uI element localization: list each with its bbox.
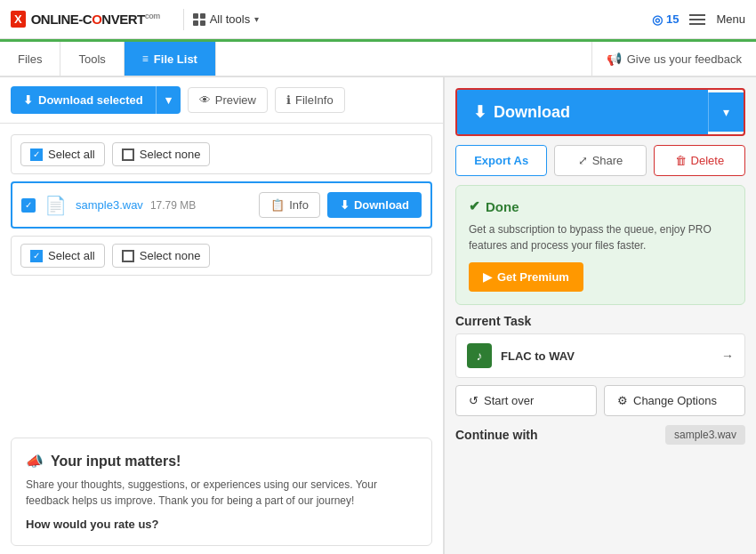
start-over-button[interactable]: Start over (455, 385, 597, 416)
hamburger-menu[interactable] (689, 14, 705, 25)
info-icon: 📋 (270, 198, 285, 212)
task-item: ♪ FLAC to WAV → (455, 333, 745, 378)
feedback-area[interactable]: 📢 Give us your feedback (591, 42, 756, 76)
top-select-all-button[interactable]: ✓ Select all (20, 142, 105, 166)
music-icon: ♪ (467, 343, 492, 368)
task-label: FLAC to WAV (501, 349, 721, 363)
coins-display[interactable]: ◎ 15 (652, 12, 679, 27)
info-button[interactable]: 📋 Info (259, 192, 320, 218)
export-as-label: Export As (474, 154, 528, 167)
download-icon: ⬇ (340, 198, 350, 212)
change-options-button[interactable]: Change Options (604, 385, 745, 416)
all-tools-label: All tools (210, 12, 251, 26)
top-nav-right: ◎ 15 Menu (652, 12, 745, 27)
download-selected-chevron[interactable]: ▾ (156, 86, 181, 114)
info-circle-icon: ℹ (286, 93, 291, 107)
tab-file-list-label: File List (154, 52, 197, 66)
gear-icon (617, 394, 628, 407)
nav-divider (183, 9, 184, 30)
download-icon: ⬇ (23, 93, 33, 107)
tab-files[interactable]: Files (0, 42, 60, 76)
file-icon: 📄 (44, 195, 67, 216)
megaphone-icon: 📣 (26, 453, 44, 470)
bottom-select-all-button[interactable]: ✓ Select all (20, 244, 105, 268)
continue-with-label: Continue with (455, 428, 665, 442)
all-tools-button[interactable]: All tools ▾ (193, 12, 260, 26)
logo-text: ONLINE-CONVERTcom (31, 12, 160, 27)
current-task-title: Current Task (455, 314, 745, 328)
trash-icon: 🗑 (675, 154, 687, 167)
bottom-select-none-button[interactable]: Select none (112, 244, 211, 268)
tab-file-list[interactable]: ≡ File List (125, 42, 216, 76)
download-arrow-icon: ⬇ (473, 102, 487, 122)
feedback-box: 📣 Your input matters! Share your thought… (11, 438, 432, 546)
done-title: ✔ Done (469, 198, 732, 214)
megaphone-icon: 📢 (607, 52, 622, 66)
coins-count: 15 (666, 12, 679, 26)
select-none-label: Select none (140, 148, 201, 161)
checkmark-icon: ✔ (469, 198, 480, 214)
main-download-container: ⬇ Download ▾ (455, 88, 745, 136)
bottom-select-all-label: Select all (48, 249, 95, 262)
share-label: Share (592, 154, 623, 167)
feedback-title-text: Your input matters! (51, 454, 181, 470)
tab-tools[interactable]: Tools (60, 42, 124, 76)
main-download-label: Download (494, 103, 570, 122)
export-as-button[interactable]: Export As (455, 145, 547, 176)
done-title-text: Done (486, 199, 519, 214)
menu-label[interactable]: Menu (716, 12, 745, 26)
top-select-none-button[interactable]: Select none (112, 142, 211, 166)
file-checkbox[interactable]: ✓ (21, 198, 36, 213)
logo-icon: X (11, 11, 26, 28)
list-icon: ≡ (142, 52, 149, 65)
fileinfo-button[interactable]: ℹ FileInfo (275, 87, 345, 113)
download-chevron-button[interactable]: ▾ (708, 92, 744, 132)
task-arrow-icon: → (721, 349, 734, 363)
feedback-description: Share your thoughts, suggestions, or exp… (26, 477, 417, 509)
feedback-title: 📣 Your input matters! (26, 453, 417, 470)
bottom-select-all-checkbox: ✓ (30, 250, 43, 262)
preview-button[interactable]: 👁 Preview (188, 87, 268, 113)
main-layout: ⬇ Download selected ▾ 👁 Preview ℹ FileIn… (0, 77, 756, 554)
done-description: Get a subscription to bypass the queue, … (469, 221, 732, 253)
delete-label: Delete (691, 154, 725, 167)
download-selected-main[interactable]: ⬇ Download selected (11, 86, 156, 114)
grid-icon (193, 13, 205, 26)
file-list-area: ✓ Select all Select none ✓ 📄 sample3.wav… (0, 124, 443, 427)
top-select-row: ✓ Select all Select none (11, 134, 432, 174)
eye-icon: 👁 (199, 93, 211, 107)
task-actions: Start over Change Options (455, 385, 745, 416)
file-name: sample3.wav (76, 198, 143, 212)
fileinfo-label: FileInfo (295, 93, 334, 107)
download-selected-label: Download selected (38, 93, 143, 107)
feedback-label: Give us your feedback (627, 52, 742, 66)
main-download-button[interactable]: ⬇ Download (457, 90, 708, 134)
get-premium-button[interactable]: ▶ Get Premium (469, 262, 583, 292)
tabs-row: Files Tools ≡ File List 📢 Give us your f… (0, 42, 756, 77)
get-premium-label: Get Premium (497, 270, 569, 284)
current-task-section: Current Task ♪ FLAC to WAV → Start over … (455, 314, 745, 416)
refresh-icon (469, 394, 479, 407)
preview-label: Preview (215, 93, 256, 107)
start-over-label: Start over (484, 394, 534, 407)
delete-button[interactable]: 🗑 Delete (654, 145, 745, 176)
bottom-select-none-checkbox (122, 250, 134, 262)
share-button[interactable]: ⤢ Share (554, 145, 646, 176)
file-size: 17.79 MB (150, 199, 259, 212)
download-selected-button[interactable]: ⬇ Download selected ▾ (11, 86, 181, 114)
share-icon: ⤢ (578, 154, 588, 167)
bottom-select-none-label: Select none (140, 249, 201, 262)
continue-file-badge: sample3.wav (665, 425, 745, 445)
change-options-label: Change Options (633, 394, 717, 407)
continue-with-row: Continue with sample3.wav (455, 425, 745, 445)
feedback-question: How would you rate us? (26, 518, 417, 531)
tab-tools-label: Tools (78, 52, 105, 66)
download-file-button[interactable]: ⬇ Download (327, 192, 422, 218)
bottom-select-row: ✓ Select all Select none (11, 236, 432, 276)
toolbar: ⬇ Download selected ▾ 👁 Preview ℹ FileIn… (0, 77, 443, 124)
left-panel: ⬇ Download selected ▾ 👁 Preview ℹ FileIn… (0, 77, 445, 554)
right-panel: ⬇ Download ▾ Export As ⤢ Share 🗑 Delete (445, 77, 756, 554)
file-item: ✓ 📄 sample3.wav 17.79 MB 📋 Info ⬇ Downlo… (11, 181, 432, 229)
arrow-right-icon: ▶ (483, 270, 492, 284)
logo[interactable]: X ONLINE-CONVERTcom (11, 11, 160, 28)
